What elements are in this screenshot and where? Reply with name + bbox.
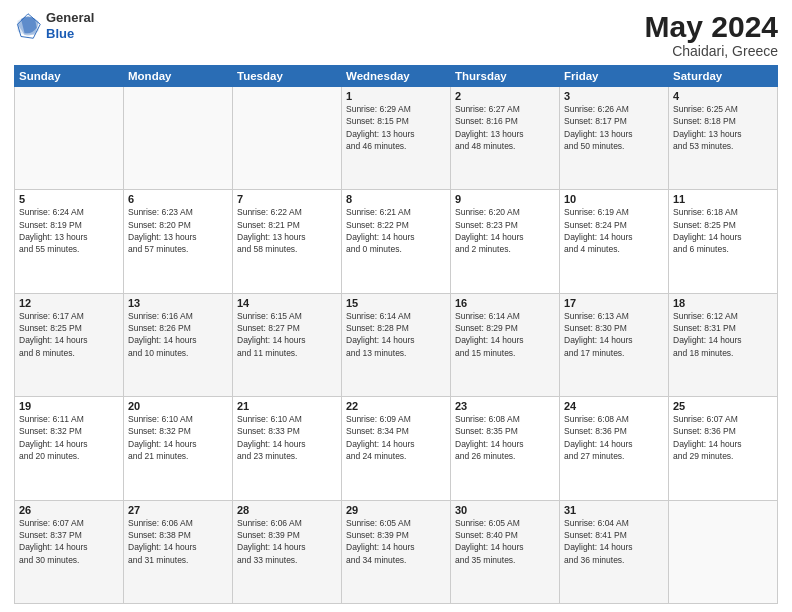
calendar-table: Sunday Monday Tuesday Wednesday Thursday… [14,65,778,604]
col-saturday: Saturday [669,66,778,87]
day-info: Sunrise: 6:16 AM Sunset: 8:26 PM Dayligh… [128,310,228,359]
day-info: Sunrise: 6:06 AM Sunset: 8:38 PM Dayligh… [128,517,228,566]
day-cell: 15Sunrise: 6:14 AM Sunset: 8:28 PM Dayli… [342,293,451,396]
day-info: Sunrise: 6:29 AM Sunset: 8:15 PM Dayligh… [346,103,446,152]
day-info: Sunrise: 6:12 AM Sunset: 8:31 PM Dayligh… [673,310,773,359]
day-number: 5 [19,193,119,205]
day-info: Sunrise: 6:15 AM Sunset: 8:27 PM Dayligh… [237,310,337,359]
day-cell: 14Sunrise: 6:15 AM Sunset: 8:27 PM Dayli… [233,293,342,396]
header: General Blue May 2024 Chaidari, Greece [14,10,778,59]
day-number: 24 [564,400,664,412]
day-cell: 10Sunrise: 6:19 AM Sunset: 8:24 PM Dayli… [560,190,669,293]
day-cell: 7Sunrise: 6:22 AM Sunset: 8:21 PM Daylig… [233,190,342,293]
day-info: Sunrise: 6:04 AM Sunset: 8:41 PM Dayligh… [564,517,664,566]
day-cell [15,87,124,190]
day-info: Sunrise: 6:19 AM Sunset: 8:24 PM Dayligh… [564,206,664,255]
day-number: 9 [455,193,555,205]
day-cell: 24Sunrise: 6:08 AM Sunset: 8:36 PM Dayli… [560,397,669,500]
day-cell [124,87,233,190]
day-cell: 3Sunrise: 6:26 AM Sunset: 8:17 PM Daylig… [560,87,669,190]
week-row-4: 26Sunrise: 6:07 AM Sunset: 8:37 PM Dayli… [15,500,778,603]
day-number: 10 [564,193,664,205]
day-cell: 27Sunrise: 6:06 AM Sunset: 8:38 PM Dayli… [124,500,233,603]
day-cell: 5Sunrise: 6:24 AM Sunset: 8:19 PM Daylig… [15,190,124,293]
day-number: 25 [673,400,773,412]
day-number: 21 [237,400,337,412]
week-row-2: 12Sunrise: 6:17 AM Sunset: 8:25 PM Dayli… [15,293,778,396]
day-cell: 30Sunrise: 6:05 AM Sunset: 8:40 PM Dayli… [451,500,560,603]
day-info: Sunrise: 6:14 AM Sunset: 8:29 PM Dayligh… [455,310,555,359]
day-cell: 17Sunrise: 6:13 AM Sunset: 8:30 PM Dayli… [560,293,669,396]
day-cell [233,87,342,190]
week-row-3: 19Sunrise: 6:11 AM Sunset: 8:32 PM Dayli… [15,397,778,500]
col-thursday: Thursday [451,66,560,87]
day-cell: 11Sunrise: 6:18 AM Sunset: 8:25 PM Dayli… [669,190,778,293]
day-cell: 19Sunrise: 6:11 AM Sunset: 8:32 PM Dayli… [15,397,124,500]
day-cell: 28Sunrise: 6:06 AM Sunset: 8:39 PM Dayli… [233,500,342,603]
day-number: 6 [128,193,228,205]
day-cell: 22Sunrise: 6:09 AM Sunset: 8:34 PM Dayli… [342,397,451,500]
logo-icon [14,12,42,40]
col-monday: Monday [124,66,233,87]
day-cell: 9Sunrise: 6:20 AM Sunset: 8:23 PM Daylig… [451,190,560,293]
day-number: 19 [19,400,119,412]
day-info: Sunrise: 6:26 AM Sunset: 8:17 PM Dayligh… [564,103,664,152]
day-cell: 16Sunrise: 6:14 AM Sunset: 8:29 PM Dayli… [451,293,560,396]
day-cell: 21Sunrise: 6:10 AM Sunset: 8:33 PM Dayli… [233,397,342,500]
day-info: Sunrise: 6:24 AM Sunset: 8:19 PM Dayligh… [19,206,119,255]
day-info: Sunrise: 6:25 AM Sunset: 8:18 PM Dayligh… [673,103,773,152]
col-wednesday: Wednesday [342,66,451,87]
day-number: 14 [237,297,337,309]
day-number: 31 [564,504,664,516]
title-location: Chaidari, Greece [645,43,778,59]
day-info: Sunrise: 6:21 AM Sunset: 8:22 PM Dayligh… [346,206,446,255]
title-block: May 2024 Chaidari, Greece [645,10,778,59]
day-number: 2 [455,90,555,102]
day-number: 3 [564,90,664,102]
day-number: 27 [128,504,228,516]
day-number: 28 [237,504,337,516]
day-info: Sunrise: 6:05 AM Sunset: 8:39 PM Dayligh… [346,517,446,566]
day-number: 1 [346,90,446,102]
day-info: Sunrise: 6:23 AM Sunset: 8:20 PM Dayligh… [128,206,228,255]
day-number: 18 [673,297,773,309]
col-tuesday: Tuesday [233,66,342,87]
col-friday: Friday [560,66,669,87]
day-number: 16 [455,297,555,309]
day-cell: 4Sunrise: 6:25 AM Sunset: 8:18 PM Daylig… [669,87,778,190]
day-cell: 13Sunrise: 6:16 AM Sunset: 8:26 PM Dayli… [124,293,233,396]
day-number: 20 [128,400,228,412]
day-cell: 12Sunrise: 6:17 AM Sunset: 8:25 PM Dayli… [15,293,124,396]
day-info: Sunrise: 6:27 AM Sunset: 8:16 PM Dayligh… [455,103,555,152]
day-info: Sunrise: 6:20 AM Sunset: 8:23 PM Dayligh… [455,206,555,255]
day-cell: 31Sunrise: 6:04 AM Sunset: 8:41 PM Dayli… [560,500,669,603]
header-row: Sunday Monday Tuesday Wednesday Thursday… [15,66,778,87]
day-number: 22 [346,400,446,412]
day-info: Sunrise: 6:10 AM Sunset: 8:33 PM Dayligh… [237,413,337,462]
logo-blue: Blue [46,26,94,42]
day-info: Sunrise: 6:05 AM Sunset: 8:40 PM Dayligh… [455,517,555,566]
day-info: Sunrise: 6:07 AM Sunset: 8:36 PM Dayligh… [673,413,773,462]
day-info: Sunrise: 6:13 AM Sunset: 8:30 PM Dayligh… [564,310,664,359]
day-info: Sunrise: 6:17 AM Sunset: 8:25 PM Dayligh… [19,310,119,359]
day-cell: 2Sunrise: 6:27 AM Sunset: 8:16 PM Daylig… [451,87,560,190]
day-number: 11 [673,193,773,205]
day-info: Sunrise: 6:11 AM Sunset: 8:32 PM Dayligh… [19,413,119,462]
day-number: 30 [455,504,555,516]
day-cell [669,500,778,603]
page: General Blue May 2024 Chaidari, Greece S… [0,0,792,612]
day-cell: 20Sunrise: 6:10 AM Sunset: 8:32 PM Dayli… [124,397,233,500]
logo-general: General [46,10,94,26]
day-cell: 1Sunrise: 6:29 AM Sunset: 8:15 PM Daylig… [342,87,451,190]
day-cell: 23Sunrise: 6:08 AM Sunset: 8:35 PM Dayli… [451,397,560,500]
title-month: May 2024 [645,10,778,43]
week-row-0: 1Sunrise: 6:29 AM Sunset: 8:15 PM Daylig… [15,87,778,190]
week-row-1: 5Sunrise: 6:24 AM Sunset: 8:19 PM Daylig… [15,190,778,293]
day-info: Sunrise: 6:07 AM Sunset: 8:37 PM Dayligh… [19,517,119,566]
day-number: 12 [19,297,119,309]
day-number: 4 [673,90,773,102]
day-number: 26 [19,504,119,516]
day-number: 7 [237,193,337,205]
day-info: Sunrise: 6:14 AM Sunset: 8:28 PM Dayligh… [346,310,446,359]
day-info: Sunrise: 6:06 AM Sunset: 8:39 PM Dayligh… [237,517,337,566]
